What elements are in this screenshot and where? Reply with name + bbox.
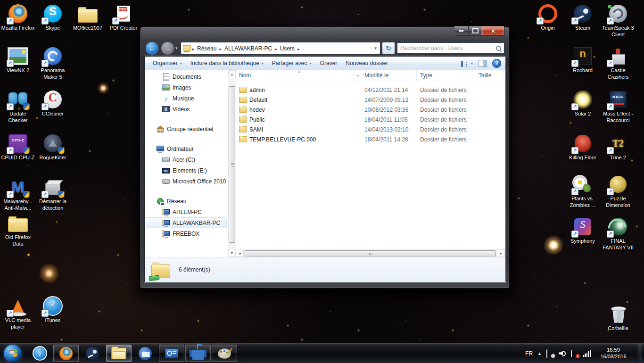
sidebar-item-allawakbar-pc[interactable]: ALLAWAKBAR-PC	[146, 217, 227, 228]
scrollbar-thumb[interactable]	[229, 86, 235, 243]
language-indicator[interactable]: FR	[525, 350, 533, 357]
desktop-icon-mozilla-firefox[interactable]: ↗Mozilla Firefox	[0, 4, 36, 31]
sidebar-item-elements-e-[interactable]: WDElements (E:)	[146, 165, 227, 176]
desktop-icon-demarrer-la-detection[interactable]: ↗Démarrer la détection	[35, 177, 71, 211]
close-button[interactable]: ×	[482, 26, 504, 36]
desktop-icon-castle-crashers[interactable]: ↗Castle Crashers	[600, 46, 636, 80]
clock[interactable]: 16:59 16/08/2016	[595, 347, 631, 360]
desktop-icon-corbeille[interactable]: Corbeille	[600, 304, 636, 331]
column-header-modifi-le[interactable]: Modifié le	[361, 70, 417, 81]
toolbar-button-nouveau-dossier[interactable]: Nouveau dossier	[341, 58, 392, 68]
desktop-icon-ccleaner[interactable]: C↗CCleaner	[35, 90, 71, 117]
desktop-icon-symphony[interactable]: S↗Symphony	[565, 217, 601, 244]
file-row-admin[interactable]: admin04/12/2011 21:14Dossier de fichiers	[236, 85, 505, 95]
recent-pages-dropdown[interactable]: ▾	[175, 46, 178, 50]
address-history-dropdown[interactable]: ▾	[372, 46, 379, 50]
horizontal-scrollbar[interactable]: ◄ ►	[236, 249, 505, 257]
desktop-icon-solar-2[interactable]: ↗Solar 2	[565, 90, 601, 117]
refresh-button[interactable]: ↻	[382, 42, 395, 54]
hidden-icons-button[interactable]: ▲	[537, 351, 542, 356]
desktop-icon-moffice2007[interactable]: MOffice2007	[70, 4, 106, 31]
taskbar-button-steam[interactable]	[80, 345, 105, 362]
breadcrumb-item[interactable]: Users	[278, 44, 297, 53]
sidebar-item-freebox[interactable]: FREEBOX	[146, 228, 227, 239]
scroll-up-arrow[interactable]: ▲	[228, 70, 236, 78]
sidebar-item-acer-c-[interactable]: Acer (C:)	[146, 154, 227, 165]
desktop-icon-vlc-media-player[interactable]: ↗VLC media player	[0, 296, 36, 330]
maximize-button[interactable]	[469, 26, 482, 36]
sidebar-item-groupe-r-sidentiel[interactable]: Groupe résidentiel	[146, 124, 227, 134]
volume-icon[interactable]	[559, 350, 566, 357]
toolbar-button-inclure-dans-la-biblioth-que[interactable]: Inclure dans la bibliothèque▾	[186, 58, 268, 68]
search-box[interactable]: Rechercher dans : Users	[397, 42, 504, 54]
desktop-icon-update-checker[interactable]: ↗Update Checker	[0, 90, 36, 124]
desktop-icon-roguekiller[interactable]: RogueKiller	[35, 133, 71, 161]
toolbar-button-partager-avec[interactable]: Partager avec▾	[268, 58, 316, 68]
toolbar-button-graver[interactable]: Graver	[316, 58, 342, 68]
back-button[interactable]: ←	[145, 41, 159, 55]
scroll-right-arrow[interactable]: ►	[497, 250, 505, 257]
address-bar[interactable]: ▸Réseau▸ALLAWAKBAR-PC▸Users▸ ▾	[181, 42, 380, 54]
scroll-left-arrow[interactable]: ◄	[236, 250, 244, 257]
desktop-icon-rochard[interactable]: n↗Rochard	[565, 46, 601, 74]
help-button[interactable]: ?	[492, 59, 501, 68]
sidebar-item-musique[interactable]: ♪Musique	[146, 93, 227, 104]
column-filter-dropdown[interactable]: ▾	[355, 70, 361, 81]
desktop-icon-skype[interactable]: S↗Skype	[35, 4, 71, 31]
desktop-icon-teamspeak-3-client[interactable]: ↗TeamSpeak 3 Client	[600, 4, 636, 38]
desktop-icon-malwarebytes-anti-malware[interactable]: M↗Malwareby... Anti-Malw...	[0, 177, 36, 211]
column-header-nom[interactable]: ▴Nom▾	[236, 70, 361, 81]
action-center-flag-icon[interactable]: x	[571, 350, 578, 357]
network-signal-icon[interactable]	[583, 350, 591, 357]
sidebar-item-documents[interactable]: Documents	[146, 71, 227, 82]
desktop-icon-steam[interactable]: ↗Steam	[565, 4, 601, 31]
breadcrumb-item[interactable]: Réseau	[195, 44, 219, 53]
taskbar-button-castle-crashers[interactable]	[185, 345, 211, 362]
minimize-button[interactable]	[454, 26, 469, 36]
file-row-temp-bellevue-pc-000[interactable]: TEMP.BELLEVUE-PC.00018/04/2011 14:28Doss…	[236, 134, 505, 144]
taskbar-button-thunderbird[interactable]	[132, 345, 158, 362]
file-row-public[interactable]: Public18/04/2011 11:05Dossier de fichier…	[236, 115, 505, 124]
toolbar-button-organiser[interactable]: Organiser▾	[149, 58, 186, 68]
desktop-icon-cpuid-cpu-z[interactable]: CPU-Z↗CPUID CPU-Z	[0, 133, 36, 161]
taskbar-button-windows-explorer[interactable]	[106, 345, 132, 362]
show-desktop-button[interactable]	[637, 344, 642, 363]
column-header-taille[interactable]: Taille	[475, 70, 504, 81]
sidebar-item-microsoft-office-2010-[interactable]: Microsoft Office 2010 (	[146, 176, 227, 187]
sidebar-item-images[interactable]: Images	[146, 82, 227, 93]
desktop-icon-old-firefox-data[interactable]: Old Firefox Data	[0, 213, 36, 247]
desktop-icon-puzzle-dimension[interactable]: ↗Puzzle Dimension	[600, 174, 636, 208]
scrollbar-track[interactable]	[228, 243, 236, 249]
forward-button[interactable]: →	[161, 41, 174, 55]
sidebar-item-ahlem-pc[interactable]: AHLEM-PC	[146, 206, 227, 217]
scroll-down-arrow[interactable]: ▼	[228, 249, 236, 257]
change-view-button[interactable]: ▾	[461, 60, 473, 66]
desktop-icon-origin[interactable]: ↗Origin	[530, 4, 566, 31]
taskbar-button-firefox[interactable]	[53, 345, 79, 362]
file-row-default[interactable]: Default14/07/2009 09:12Dossier de fichie…	[236, 95, 505, 105]
desktop-icon-panorama-maker-5[interactable]: ↗Panorama Maker 5	[35, 46, 71, 80]
desktop-icon-itunes[interactable]: ♪↗iTunes	[35, 296, 71, 323]
desktop-icon-pdfcreator[interactable]: PDF↗PDFCreator	[106, 4, 141, 31]
preview-pane-button[interactable]	[479, 60, 487, 67]
titlebar[interactable]: ×	[144, 27, 505, 40]
taskbar-button-itunes[interactable]: ♪	[27, 345, 52, 362]
breadcrumb-item[interactable]: ALLAWAKBAR-PC	[222, 44, 274, 53]
desktop-icon-plants-vs-zombies[interactable]: ↗Plants vs. Zombies ...	[565, 174, 601, 208]
file-row-hedev[interactable]: hedev10/08/2012 03:36Dossier de fichiers	[236, 105, 505, 115]
sidebar-item-ordinateur[interactable]: Ordinateur	[146, 143, 227, 154]
column-header-type[interactable]: Type	[417, 70, 475, 81]
windows-update-icon[interactable]	[546, 350, 554, 357]
sidebar-item-vid-os[interactable]: Vidéos	[146, 104, 227, 115]
scrollbar-thumb[interactable]	[245, 250, 496, 256]
sidebar-item-r-seau[interactable]: Réseau	[146, 196, 227, 206]
desktop-icon-viewnx-2[interactable]: ↗ViewNX 2	[0, 46, 36, 74]
sidebar-scrollbar[interactable]: ▲ ▼	[228, 70, 236, 257]
desktop-icon-mass-effect-raccourci[interactable]: MASS↗Mass Effect - Raccourci	[600, 90, 636, 124]
desktop-icon-final-fantasy-vii[interactable]: ↗FINAL FANTASY VII	[600, 217, 636, 251]
taskbar-button-paint[interactable]	[212, 345, 237, 362]
file-row-sami[interactable]: SAMI14/04/2013 02:10Dossier de fichiers	[236, 124, 505, 134]
desktop-icon-trine-2[interactable]: T2↗Trine 2	[600, 133, 636, 161]
desktop-icon-killing-floor[interactable]: ↗Killing Floor	[565, 133, 601, 161]
taskbar-button-settings-app[interactable]	[159, 345, 184, 362]
